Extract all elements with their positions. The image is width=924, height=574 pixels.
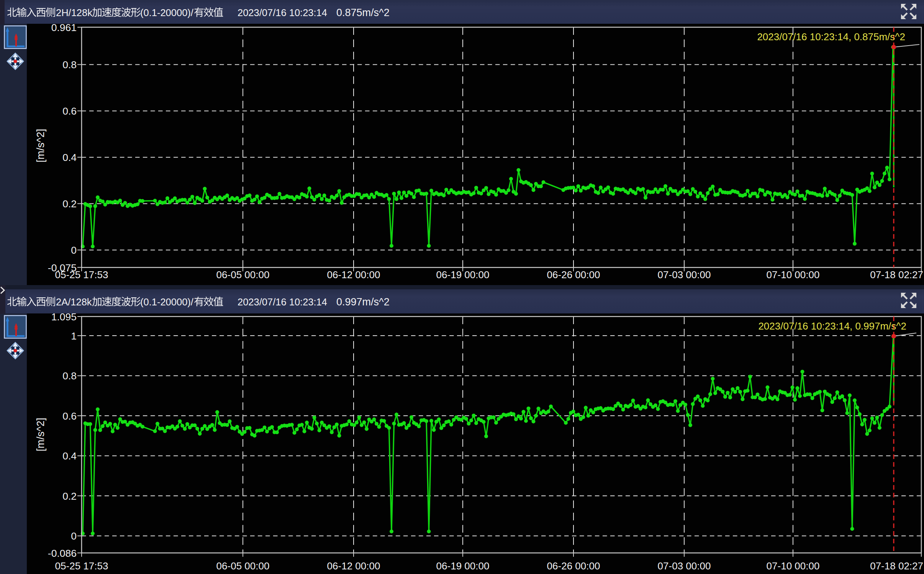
svg-text:0.4: 0.4 [62, 450, 77, 462]
svg-text:06-12 00:00: 06-12 00:00 [327, 269, 380, 280]
svg-text:07-18 02:27: 07-18 02:27 [870, 560, 923, 572]
svg-text:05-25 17:53: 05-25 17:53 [55, 269, 108, 280]
svg-text:0.961: 0.961 [51, 22, 77, 33]
svg-text:07-03 00:00: 07-03 00:00 [658, 269, 711, 280]
svg-text:2H/128k: 2H/128k [56, 7, 92, 18]
svg-text:06-26 00:00: 06-26 00:00 [547, 560, 600, 572]
svg-text:0.997m/s^2: 0.997m/s^2 [336, 296, 390, 308]
svg-text:06-19 00:00: 06-19 00:00 [436, 560, 490, 572]
svg-text:1: 1 [71, 330, 77, 342]
svg-text:0.6: 0.6 [62, 105, 77, 117]
svg-text:2023/07/16 10:23:14: 2023/07/16 10:23:14 [238, 297, 327, 307]
svg-text:0: 0 [71, 244, 77, 256]
svg-text:2023/07/16 10:23:14, 0.875m/s^: 2023/07/16 10:23:14, 0.875m/s^2 [757, 31, 905, 43]
svg-text:[m/s^2]: [m/s^2] [34, 418, 46, 451]
svg-text:07-10 00:00: 07-10 00:00 [767, 269, 820, 280]
svg-text:[m/s^2]: [m/s^2] [34, 129, 46, 162]
svg-text:06-19 00:00: 06-19 00:00 [436, 269, 490, 280]
svg-text:0.8: 0.8 [62, 59, 77, 71]
svg-text:2023/07/16 10:23:14, 0.997m/s^: 2023/07/16 10:23:14, 0.997m/s^2 [758, 320, 906, 332]
svg-text:0: 0 [71, 530, 77, 542]
svg-text:2023/07/16 10:23:14: 2023/07/16 10:23:14 [238, 7, 327, 18]
svg-text:06-05 00:00: 06-05 00:00 [216, 560, 270, 572]
svg-text:06-26 00:00: 06-26 00:00 [547, 269, 600, 280]
svg-text:0.2: 0.2 [62, 490, 77, 502]
svg-text:(0.1-20000)/: (0.1-20000)/ [140, 7, 194, 18]
svg-text:0.2: 0.2 [62, 198, 77, 210]
svg-text:-0.086: -0.086 [48, 548, 77, 559]
svg-text:07-03 00:00: 07-03 00:00 [658, 560, 711, 572]
svg-text:1.095: 1.095 [51, 311, 77, 323]
svg-text:0.8: 0.8 [62, 370, 77, 382]
svg-text:06-12 00:00: 06-12 00:00 [327, 560, 380, 572]
svg-text:06-05 00:00: 06-05 00:00 [216, 269, 270, 280]
svg-text:05-25 17:53: 05-25 17:53 [55, 560, 108, 572]
svg-text:0.875m/s^2: 0.875m/s^2 [336, 7, 390, 18]
svg-text:07-18 02:27: 07-18 02:27 [870, 269, 923, 280]
svg-text:07-10 00:00: 07-10 00:00 [767, 560, 820, 572]
svg-text:2A/128k: 2A/128k [56, 297, 92, 307]
svg-text:(0.1-20000)/: (0.1-20000)/ [140, 297, 194, 307]
svg-text:0.6: 0.6 [62, 410, 77, 422]
svg-text:0.4: 0.4 [62, 152, 77, 163]
